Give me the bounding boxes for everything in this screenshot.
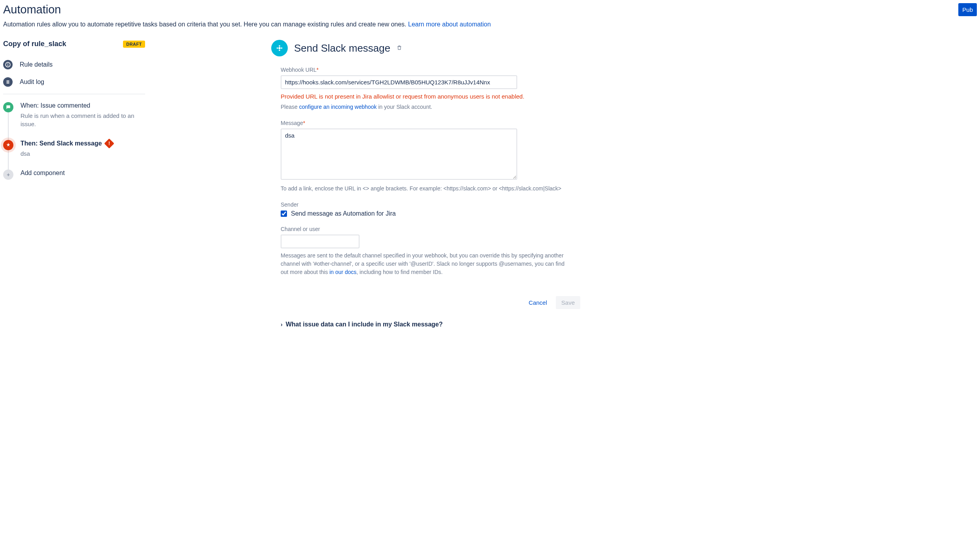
label-text: Message — [281, 120, 303, 126]
page-description-text: Automation rules allow you to automate r… — [3, 21, 408, 28]
configure-webhook-link[interactable]: configure an incoming webhook — [299, 104, 377, 110]
message-label: Message* — [281, 120, 961, 126]
plus-icon: + — [3, 170, 13, 180]
channel-help: Messages are sent to the default channel… — [281, 252, 572, 276]
step-subtitle: dsa — [20, 149, 139, 158]
sender-checkbox-label[interactable]: Send message as Automation for Jira — [291, 210, 396, 217]
svg-point-6 — [278, 47, 281, 49]
svg-rect-10 — [279, 50, 280, 51]
cancel-button[interactable]: Cancel — [523, 296, 553, 309]
label-text: Webhook URL — [281, 67, 317, 73]
nav-audit-log[interactable]: Audit log — [3, 73, 145, 91]
step-add-component[interactable]: + Add component — [3, 170, 145, 177]
publish-button[interactable]: Pub — [958, 3, 977, 16]
slack-icon — [271, 40, 288, 56]
chevron-right-icon: › — [281, 321, 283, 328]
sender-checkbox[interactable] — [281, 211, 287, 217]
nav-label: Audit log — [20, 78, 44, 86]
svg-rect-9 — [279, 45, 280, 47]
trash-icon[interactable] — [397, 45, 402, 52]
slack-icon — [3, 140, 13, 150]
nav-rule-details[interactable]: Rule details — [3, 56, 145, 73]
step-trigger[interactable]: When: Issue commented Rule is run when a… — [3, 102, 145, 128]
help-text: in your Slack account. — [377, 104, 432, 110]
webhook-url-error: Provided URL is not present in Jira allo… — [281, 93, 961, 100]
step-title: Then: Send Slack message ! — [20, 140, 145, 147]
step-title: When: Issue commented — [20, 102, 145, 109]
expando-issue-data[interactable]: › What issue data can I include in my Sl… — [281, 321, 961, 328]
step-title-text: Then: Send Slack message — [20, 140, 102, 147]
save-button[interactable]: Save — [556, 296, 580, 309]
panel-title: Send Slack message — [294, 42, 390, 54]
docs-link[interactable]: in our docs — [330, 269, 356, 275]
required-mark: * — [303, 120, 305, 126]
help-text: , including how to find member IDs. — [356, 269, 443, 275]
draft-badge: DRAFT — [123, 41, 145, 48]
list-icon — [3, 77, 13, 87]
error-icon: ! — [104, 138, 114, 148]
webhook-url-label: Webhook URL* — [281, 67, 961, 73]
sender-label: Sender — [281, 201, 961, 208]
message-textarea[interactable] — [281, 129, 517, 180]
page-description: Automation rules allow you to automate r… — [3, 21, 977, 28]
step-subtitle: Rule is run when a comment is added to a… — [20, 112, 139, 128]
svg-point-2 — [8, 63, 8, 64]
learn-more-link[interactable]: Learn more about automation — [408, 21, 491, 28]
page-title: Automation — [3, 3, 61, 16]
divider — [3, 94, 145, 94]
comment-icon — [3, 102, 13, 112]
info-icon — [3, 60, 13, 69]
required-mark: * — [317, 67, 319, 73]
rule-name: Copy of rule_slack — [3, 40, 66, 48]
svg-rect-8 — [281, 47, 283, 49]
step-title: Add component — [20, 170, 145, 177]
svg-rect-7 — [277, 47, 278, 49]
webhook-url-input[interactable] — [281, 75, 517, 89]
expando-label: What issue data can I include in my Slac… — [286, 321, 443, 328]
webhook-url-help: Please configure an incoming webhook in … — [281, 103, 572, 111]
nav-label: Rule details — [20, 61, 53, 68]
step-action-slack[interactable]: Then: Send Slack message ! dsa — [3, 140, 145, 158]
help-text: Please — [281, 104, 299, 110]
channel-label: Channel or user — [281, 226, 961, 232]
message-help: To add a link, enclose the URL in <> ang… — [281, 184, 572, 193]
channel-input[interactable] — [281, 235, 360, 248]
